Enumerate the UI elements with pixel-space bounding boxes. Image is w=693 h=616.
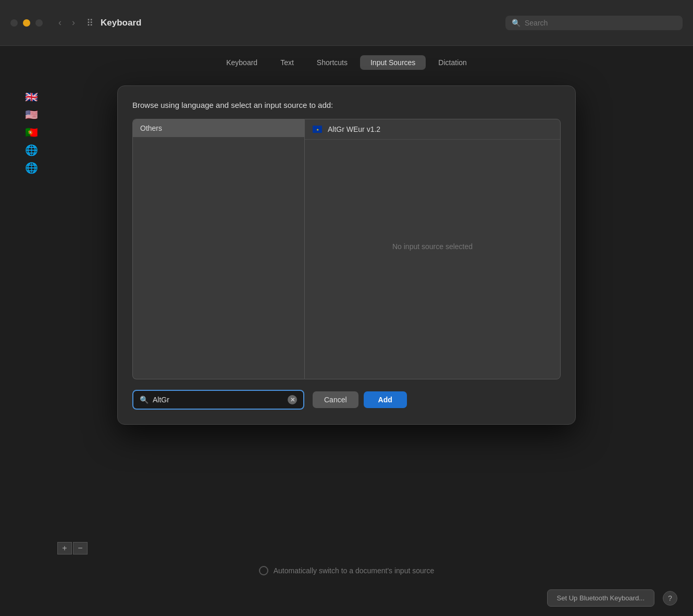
forward-button[interactable]: › — [69, 15, 78, 30]
minimize-button[interactable] — [23, 19, 30, 27]
tab-dictation[interactable]: Dictation — [428, 55, 477, 70]
titlebar: ‹ › ⠿ Keyboard 🔍 — [0, 0, 693, 46]
language-panel: Others — [132, 119, 304, 379]
cancel-button[interactable]: Cancel — [313, 391, 358, 408]
main-content: 🇬🇧 🇺🇸 🇵🇹 🌐 🌐 + − Automatically switch to… — [0, 75, 693, 616]
tab-text[interactable]: Text — [270, 55, 304, 70]
search-bar: 🔍 — [505, 16, 683, 30]
clear-search-button[interactable]: ✕ — [288, 395, 297, 404]
window-title: Keyboard — [101, 18, 505, 28]
dialog-buttons: Cancel Add — [313, 391, 407, 408]
dialog-overlay: Browse using language and select an inpu… — [0, 75, 693, 616]
eu-flag-icon: ★ — [312, 124, 323, 134]
dialog: Browse using language and select an inpu… — [117, 85, 576, 425]
maximize-button[interactable] — [35, 19, 43, 27]
tab-keyboard[interactable]: Keyboard — [216, 55, 268, 70]
source-item-altgr[interactable]: ★ AltGr WEur v1.2 — [305, 119, 560, 140]
help-button[interactable]: ? — [663, 591, 677, 606]
dialog-body: Others ★ AltGr WEur v1.2 No input source… — [132, 119, 561, 379]
search-row: 🔍 ✕ Cancel Add — [132, 390, 561, 410]
source-item-label: AltGr WEur v1.2 — [328, 125, 380, 133]
dialog-title: Browse using language and select an inpu… — [132, 101, 561, 109]
grid-icon: ⠿ — [86, 17, 93, 29]
close-button[interactable] — [10, 19, 18, 27]
bluetooth-keyboard-button[interactable]: Set Up Bluetooth Keyboard... — [547, 589, 654, 607]
tabbar: Keyboard Text Shortcuts Input Sources Di… — [0, 46, 693, 75]
bottom-bar: Set Up Bluetooth Keyboard... ? — [0, 583, 693, 616]
dialog-search-icon: 🔍 — [140, 396, 148, 404]
lang-item-others[interactable]: Others — [133, 119, 304, 137]
search-wrapper: 🔍 ✕ — [132, 390, 304, 410]
tab-shortcuts[interactable]: Shortcuts — [306, 55, 358, 70]
dialog-search-input[interactable] — [153, 396, 283, 404]
search-input[interactable] — [525, 19, 676, 27]
window-controls — [10, 19, 43, 27]
back-button[interactable]: ‹ — [55, 15, 65, 30]
source-panel: ★ AltGr WEur v1.2 No input source select… — [304, 119, 561, 379]
nav-arrows: ‹ › — [55, 15, 78, 30]
search-icon: 🔍 — [512, 19, 521, 27]
no-source-label: No input source selected — [392, 242, 473, 251]
add-button[interactable]: Add — [364, 391, 407, 408]
tab-input-sources[interactable]: Input Sources — [360, 55, 426, 70]
